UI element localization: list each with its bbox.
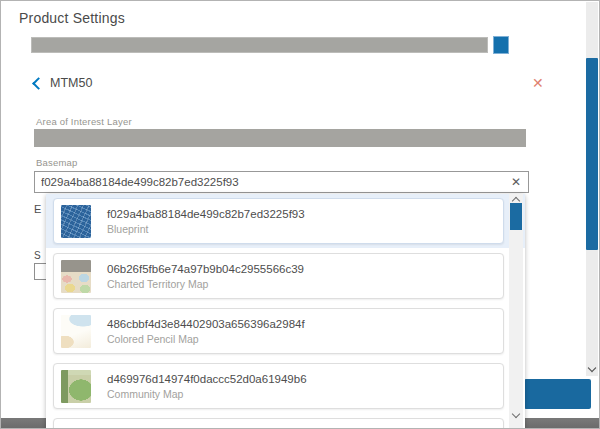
back-button[interactable]: MTM50 xyxy=(34,76,92,90)
basemap-option-charted-territory[interactable]: 06b26f5fb6e74a97b9b04c2955566c39 Charted… xyxy=(53,253,504,299)
dropdown-scroll-down-icon[interactable] xyxy=(512,410,520,418)
basemap-thumbnail xyxy=(61,260,91,293)
basemap-field-label: Basemap xyxy=(36,157,78,168)
dropdown-scrollbar[interactable] xyxy=(509,194,523,429)
product-settings-window: Product Settings MTM50 ✕ Area of Interes… xyxy=(0,0,600,429)
basemap-option-id: f029a4ba88184de499c82b7ed3225f93 xyxy=(107,208,305,220)
back-label: MTM50 xyxy=(50,76,92,90)
dropdown-scrollbar-thumb[interactable] xyxy=(510,203,522,230)
hidden-field-fragment: S xyxy=(34,250,41,261)
aoi-field-label: Area of Interest Layer xyxy=(36,116,132,127)
window-scrollbar-down-icon[interactable] xyxy=(588,364,596,372)
basemap-thumbnail xyxy=(61,370,91,403)
window-scrollbar[interactable] xyxy=(586,2,598,376)
basemap-option-name: Community Map xyxy=(107,388,307,400)
basemap-thumbnail xyxy=(61,315,91,348)
header-placeholder-bar xyxy=(31,37,488,53)
page-title: Product Settings xyxy=(19,10,125,26)
header-blue-square[interactable] xyxy=(493,36,509,54)
basemap-option-partial[interactable] xyxy=(53,418,504,429)
basemap-option-blueprint[interactable]: f029a4ba88184de499c82b7ed3225f93 Bluepri… xyxy=(53,198,504,244)
clear-input-icon[interactable]: ✕ xyxy=(509,174,523,190)
basemap-option-id: 06b26f5fb6e74a97b9b04c2955566c39 xyxy=(107,263,304,275)
basemap-option-name: Colored Pencil Map xyxy=(107,333,305,345)
window-scrollbar-thumb[interactable] xyxy=(586,58,598,250)
basemap-option-community[interactable]: d469976d14974f0daccc52d0a61949b6 Communi… xyxy=(53,363,504,409)
basemap-dropdown-list: f029a4ba88184de499c82b7ed3225f93 Bluepri… xyxy=(46,194,525,429)
basemap-thumbnail xyxy=(61,205,91,238)
primary-action-button[interactable] xyxy=(524,379,591,409)
basemap-option-name: Charted Territory Map xyxy=(107,278,304,290)
basemap-option-id: 486cbbf4d3e84402903a656396a2984f xyxy=(107,318,305,330)
basemap-option-name: Blueprint xyxy=(107,223,305,235)
basemap-input[interactable] xyxy=(34,171,529,193)
aoi-field-placeholder[interactable] xyxy=(34,129,526,147)
basemap-option-colored-pencil[interactable]: 486cbbf4d3e84402903a656396a2984f Colored… xyxy=(53,308,504,354)
close-icon[interactable]: ✕ xyxy=(530,74,546,92)
back-chevron-icon xyxy=(32,77,45,90)
basemap-option-id: d469976d14974f0daccc52d0a61949b6 xyxy=(107,373,307,385)
hidden-field-fragment: E xyxy=(34,203,41,215)
